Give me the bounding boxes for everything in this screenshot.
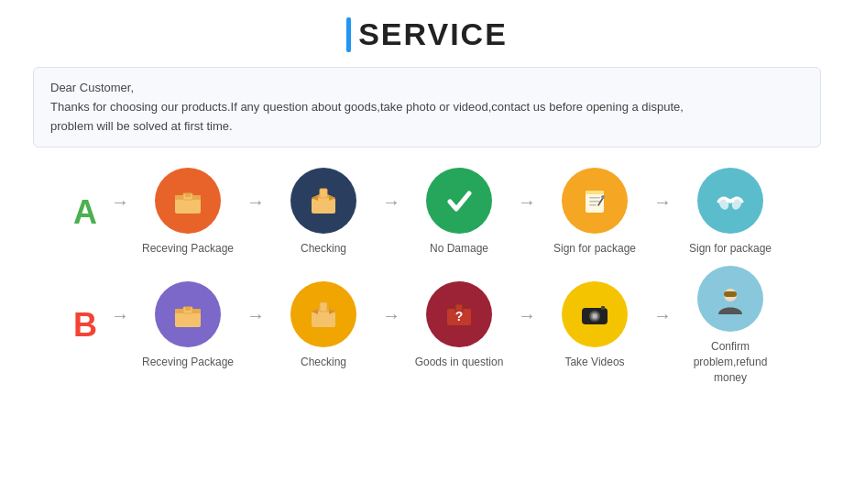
arrow-a1: → <box>246 192 265 233</box>
step-b3-label: Goods in question <box>415 355 504 370</box>
title-bar <box>346 17 351 52</box>
svg-point-33 <box>593 313 597 318</box>
step-b1-label: Receving Package <box>142 355 234 370</box>
step-b5-icon <box>697 266 763 332</box>
svg-rect-13 <box>589 204 597 206</box>
svg-rect-8 <box>320 189 327 198</box>
row-a-label: A <box>69 193 102 232</box>
step-a4: Sign for package <box>540 168 650 257</box>
step-b5: Confirm problem,refund money <box>675 266 785 385</box>
arrow-a3: → <box>518 192 536 233</box>
row-b-label: B <box>69 306 102 345</box>
arrow-a0: → <box>111 192 129 233</box>
step-b2: Checking <box>268 281 378 370</box>
svg-text:?: ? <box>455 309 464 323</box>
notice-line2: Thanks for choosing our products.If any … <box>50 98 804 117</box>
step-a2-label: Checking <box>301 241 346 257</box>
svg-rect-21 <box>312 312 335 327</box>
step-a4-icon <box>562 168 628 234</box>
step-b4: Take Videos <box>540 281 650 370</box>
svg-rect-3 <box>185 193 191 197</box>
svg-point-14 <box>601 195 605 199</box>
flow-row-b: B → Receving Package → <box>27 266 827 385</box>
step-a5-label: Sign for package <box>689 241 772 257</box>
step-b3: ? Goods in question <box>404 281 514 370</box>
notice-line3: problem will be solved at first time. <box>50 117 804 137</box>
notice-box: Dear Customer, Thanks for choosing our p… <box>33 67 821 148</box>
arrow-a4: → <box>653 192 672 233</box>
page: SERVICE Dear Customer, Thanks for choosi… <box>0 0 854 504</box>
step-b3-icon: ? <box>426 281 492 347</box>
svg-point-15 <box>717 196 730 212</box>
step-b4-label: Take Videos <box>564 355 624 370</box>
step-a2: Checking <box>268 168 378 257</box>
svg-rect-20 <box>185 307 191 311</box>
svg-rect-12 <box>589 201 600 203</box>
flow-section: A → Receving Package → <box>27 168 827 385</box>
arrow-a2: → <box>382 192 400 233</box>
arrow-b4: → <box>653 305 672 346</box>
svg-rect-11 <box>589 197 600 199</box>
step-a5-icon <box>697 168 763 234</box>
title-row: SERVICE <box>346 16 508 52</box>
step-a1-label: Receving Package <box>142 241 234 257</box>
svg-rect-4 <box>312 198 335 214</box>
step-b2-icon <box>290 281 356 347</box>
step-a3-icon <box>426 168 492 234</box>
arrow-b3: → <box>518 305 536 346</box>
arrow-b2: → <box>382 305 400 346</box>
svg-point-16 <box>730 196 743 212</box>
notice-line1: Dear Customer, <box>50 79 804 98</box>
flow-row-a: A → Receving Package → <box>27 168 827 257</box>
arrow-b0: → <box>111 305 129 346</box>
page-title: SERVICE <box>358 16 508 52</box>
step-b5-label: Confirm problem,refund money <box>675 339 785 385</box>
step-a5: Sign for package <box>675 168 785 257</box>
step-a2-icon <box>290 168 356 234</box>
step-b4-icon <box>562 281 628 347</box>
step-a3-label: No Damage <box>430 241 488 257</box>
svg-rect-10 <box>586 191 604 194</box>
svg-rect-25 <box>320 302 327 312</box>
svg-rect-36 <box>724 291 737 297</box>
step-b2-label: Checking <box>301 355 346 370</box>
arrow-b1: → <box>246 305 265 346</box>
step-a3: No Damage <box>404 168 514 257</box>
step-b1: Receving Package <box>133 281 243 370</box>
step-a1: Receving Package <box>133 168 243 257</box>
svg-rect-34 <box>601 306 605 310</box>
step-b1-icon <box>155 281 221 347</box>
step-a4-label: Sign for package <box>553 241 636 257</box>
step-a1-icon <box>155 168 221 234</box>
